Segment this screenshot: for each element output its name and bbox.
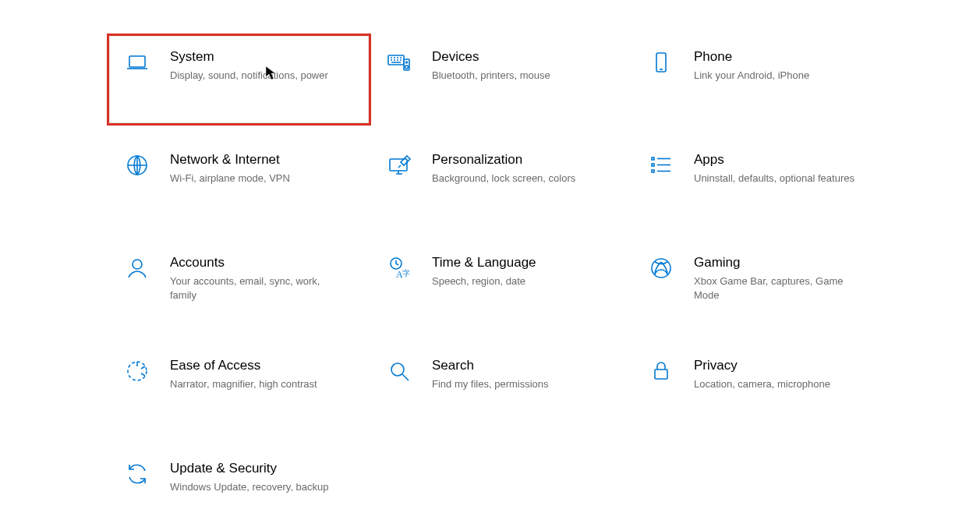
xbox-icon	[646, 256, 677, 281]
category-apps[interactable]: Apps Uninstall, defaults, optional featu…	[633, 139, 895, 242]
category-phone[interactable]: Phone Link your Android, iPhone	[633, 36, 895, 139]
category-devices[interactable]: Devices Bluetooth, printers, mouse	[371, 36, 633, 139]
category-desc: Bluetooth, printers, mouse	[432, 69, 550, 83]
category-title: Search	[432, 357, 549, 374]
svg-point-15	[652, 259, 670, 278]
category-desc: Display, sound, notifications, power	[170, 69, 328, 83]
lock-icon	[646, 359, 677, 384]
category-title: System	[170, 48, 328, 65]
ease-of-access-icon	[122, 359, 153, 384]
category-desc: Windows Update, recovery, backup	[170, 480, 329, 494]
category-title: Gaming	[694, 254, 865, 271]
category-desc: Find my files, permissions	[432, 377, 549, 391]
category-gaming[interactable]: Gaming Xbox Game Bar, captures, Game Mod…	[633, 242, 895, 345]
svg-point-4	[406, 62, 408, 63]
category-title: Accounts	[170, 254, 341, 271]
category-title: Privacy	[694, 357, 830, 374]
category-desc: Speech, region, date	[432, 274, 536, 288]
settings-category-grid: System Display, sound, notifications, po…	[109, 36, 895, 527]
phone-icon	[646, 50, 677, 75]
svg-rect-8	[652, 157, 654, 160]
person-icon	[122, 256, 153, 281]
list-icon	[646, 153, 677, 178]
category-title: Devices	[432, 48, 550, 65]
category-title: Personalization	[432, 151, 575, 168]
category-desc: Link your Android, iPhone	[694, 69, 809, 83]
globe-icon	[122, 153, 153, 178]
category-desc: Background, lock screen, colors	[432, 172, 575, 186]
category-privacy[interactable]: Privacy Location, camera, microphone	[633, 345, 895, 447]
category-title: Ease of Access	[170, 357, 317, 374]
category-search[interactable]: Search Find my files, permissions	[371, 345, 633, 447]
svg-rect-0	[129, 56, 145, 67]
category-title: Phone	[694, 48, 809, 65]
category-update-security[interactable]: Update & Security Windows Update, recove…	[109, 447, 371, 527]
laptop-icon	[122, 50, 153, 75]
sync-icon	[122, 462, 153, 486]
clock-language-icon: A 字	[384, 256, 415, 281]
category-title: Update & Security	[170, 460, 329, 477]
category-desc: Uninstall, defaults, optional features	[694, 172, 854, 186]
category-system[interactable]: System Display, sound, notifications, po…	[107, 34, 371, 126]
category-desc: Wi-Fi, airplane mode, VPN	[170, 172, 290, 186]
keyboard-speaker-icon	[384, 50, 415, 75]
category-time-language[interactable]: A 字 Time & Language Speech, region, date	[371, 242, 633, 345]
category-desc: Location, camera, microphone	[694, 377, 830, 391]
svg-rect-18	[655, 370, 667, 379]
svg-rect-10	[652, 170, 654, 172]
category-desc: Your accounts, email, sync, work, family	[170, 274, 341, 302]
category-personalization[interactable]: Personalization Background, lock screen,…	[371, 139, 633, 242]
category-accounts[interactable]: Accounts Your accounts, email, sync, wor…	[109, 242, 371, 345]
paintbrush-monitor-icon	[384, 153, 415, 178]
category-desc: Xbox Game Bar, captures, Game Mode	[694, 274, 865, 302]
category-ease-of-access[interactable]: Ease of Access Narrator, magnifier, high…	[109, 345, 371, 447]
search-icon	[384, 359, 415, 384]
svg-rect-9	[652, 164, 654, 166]
category-title: Apps	[694, 151, 854, 168]
category-network[interactable]: Network & Internet Wi-Fi, airplane mode,…	[109, 139, 371, 242]
svg-point-11	[133, 260, 142, 269]
category-desc: Narrator, magnifier, high contrast	[170, 377, 317, 391]
svg-text:字: 字	[402, 269, 410, 278]
svg-point-3	[405, 65, 409, 69]
svg-point-17	[391, 363, 404, 376]
category-title: Network & Internet	[170, 151, 290, 168]
category-title: Time & Language	[432, 254, 536, 271]
